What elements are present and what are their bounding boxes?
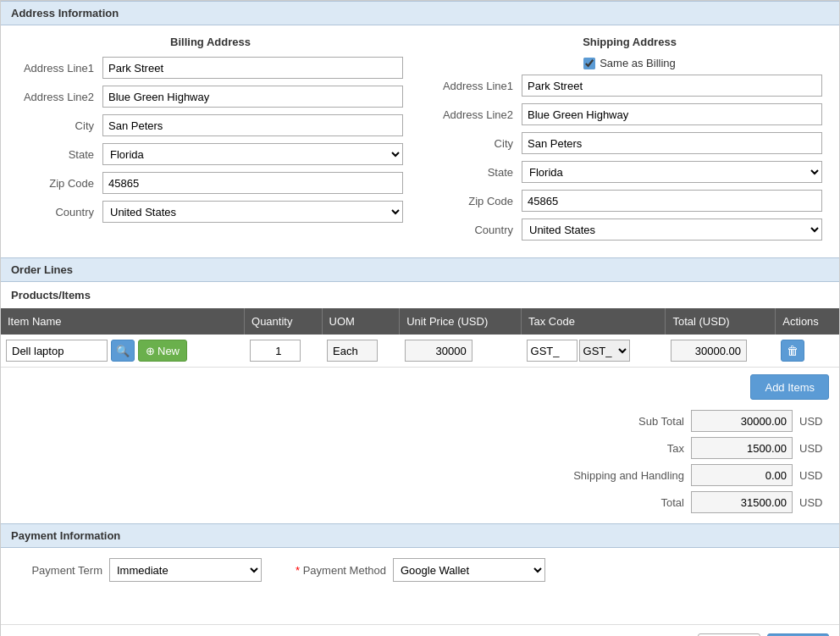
shipping-address-title: Shipping Address	[437, 36, 822, 48]
shipping-address-line1-row: Address Line1	[437, 75, 822, 97]
shipping-zip-label: Zip Code	[437, 195, 522, 207]
payment-info-header: Payment Information	[1, 523, 839, 548]
actions-cell: 🗑	[776, 335, 839, 368]
billing-zip-row: Zip Code	[18, 172, 403, 194]
payment-method-label: * Payment Method	[296, 564, 386, 577]
quantity-input[interactable]	[250, 340, 301, 362]
order-table-body: 🔍 ⊕ New	[1, 335, 839, 368]
same-as-billing-row: Same as Billing	[437, 57, 822, 69]
shipping-input	[691, 464, 793, 486]
shipping-state-select[interactable]: Florida California New York Texas	[522, 161, 822, 183]
unit-price-input	[405, 340, 472, 362]
order-table: Item Name Quantity UOM Unit Price (USD) …	[1, 308, 839, 368]
col-actions: Actions	[776, 308, 839, 335]
payment-term-label: Payment Term	[18, 564, 102, 577]
billing-address-line1-input[interactable]	[102, 57, 403, 79]
item-name-input[interactable]	[6, 340, 108, 362]
col-uom: UOM	[322, 308, 400, 335]
unit-price-cell	[400, 335, 522, 368]
address-info-content: Billing Address Address Line1 Address Li…	[1, 25, 839, 257]
plus-icon: ⊕	[146, 345, 155, 357]
sub-total-currency: USD	[799, 415, 829, 428]
uom-cell	[322, 335, 400, 368]
item-new-button[interactable]: ⊕ New	[138, 340, 187, 362]
shipping-country-row: Country United States Canada United King…	[437, 218, 822, 241]
required-star: *	[296, 564, 303, 577]
billing-state-select[interactable]: Florida California New York Texas	[102, 143, 403, 165]
shipping-zip-row: Zip Code	[437, 190, 822, 212]
shipping-address-line2-row: Address Line2	[437, 103, 822, 125]
sub-total-input	[691, 410, 793, 432]
uom-input	[327, 340, 378, 362]
billing-country-label: Country	[18, 206, 102, 218]
sub-total-row: Sub Total USD	[549, 410, 829, 432]
row-total-input	[671, 340, 747, 362]
delete-row-button[interactable]: 🗑	[781, 340, 804, 362]
item-search-button[interactable]: 🔍	[111, 340, 135, 362]
address-info-header: Address Information	[1, 1, 839, 25]
payment-method-select[interactable]: Google Wallet Credit Card Bank Transfer	[393, 558, 545, 582]
grand-total-input	[691, 491, 793, 513]
billing-address-line2-row: Address Line2	[18, 86, 403, 108]
grand-total-currency: USD	[799, 496, 829, 509]
shipping-state-label: State	[437, 166, 522, 179]
col-quantity: Quantity	[245, 308, 323, 335]
shipping-address-line1-input[interactable]	[522, 75, 822, 97]
grand-total-row: Total USD	[549, 491, 829, 513]
tax-code-cell: GST_ VAT NONE	[522, 335, 666, 368]
shipping-row: Shipping and Handling USD	[549, 464, 829, 486]
billing-address-line1-row: Address Line1	[18, 57, 403, 79]
search-icon: 🔍	[116, 345, 130, 357]
tax-currency: USD	[799, 442, 829, 455]
footer-buttons: Cancel Create	[1, 624, 839, 636]
delete-icon: 🗑	[787, 344, 799, 357]
item-name-cell: 🔍 ⊕ New	[1, 335, 245, 368]
shipping-zip-input[interactable]	[522, 190, 822, 212]
shipping-address-line2-input[interactable]	[522, 103, 822, 125]
page-container: Address Information Billing Address Addr…	[0, 0, 840, 636]
same-as-billing-checkbox[interactable]	[583, 58, 595, 69]
new-label: New	[158, 345, 180, 357]
payment-term-select[interactable]: Immediate Net 30 Net 60	[109, 558, 262, 582]
products-items-header: Products/Items	[1, 282, 839, 308]
order-table-header-row: Item Name Quantity UOM Unit Price (USD) …	[1, 308, 839, 335]
quantity-cell	[245, 335, 323, 368]
payment-row: Payment Term Immediate Net 30 Net 60 * P…	[18, 558, 822, 582]
payment-term-field: Payment Term Immediate Net 30 Net 60	[18, 558, 262, 582]
billing-zip-input[interactable]	[102, 172, 403, 194]
tax-input	[691, 437, 793, 459]
shipping-country-select[interactable]: United States Canada United Kingdom	[522, 218, 822, 241]
billing-address-line1-label: Address Line1	[18, 62, 102, 75]
col-unit-price: Unit Price (USD)	[400, 308, 522, 335]
tax-code-select[interactable]: GST_ VAT NONE	[579, 340, 630, 362]
billing-state-row: State Florida California New York Texas	[18, 143, 403, 165]
total-cell	[666, 335, 776, 368]
shipping-state-row: State Florida California New York Texas	[437, 161, 822, 183]
col-tax-code: Tax Code	[522, 308, 666, 335]
add-items-row: Add Items	[1, 368, 839, 406]
shipping-address-line2-label: Address Line2	[437, 108, 522, 121]
shipping-city-row: City	[437, 132, 822, 154]
tax-code-input[interactable]	[527, 340, 578, 362]
same-as-billing-label: Same as Billing	[600, 57, 676, 69]
billing-address-column: Billing Address Address Line1 Address Li…	[18, 36, 403, 247]
shipping-country-label: Country	[437, 224, 522, 236]
billing-zip-label: Zip Code	[18, 177, 102, 190]
grand-total-label: Total	[549, 496, 684, 509]
shipping-city-input[interactable]	[522, 132, 822, 154]
billing-country-select[interactable]: United States Canada United Kingdom	[102, 201, 403, 223]
billing-address-line2-input[interactable]	[102, 86, 403, 108]
tax-label: Tax	[549, 442, 684, 455]
shipping-label: Shipping and Handling	[549, 469, 684, 482]
shipping-address-column: Shipping Address Same as Billing Address…	[437, 36, 822, 247]
tax-row: Tax USD	[549, 437, 829, 459]
shipping-address-line1-label: Address Line1	[437, 80, 522, 92]
totals-section: Sub Total USD Tax USD Shipping and Handl…	[1, 406, 839, 523]
add-items-button[interactable]: Add Items	[750, 374, 829, 400]
payment-method-field: * Payment Method Google Wallet Credit Ca…	[296, 558, 545, 582]
billing-city-input[interactable]	[102, 114, 403, 136]
col-total: Total (USD)	[666, 308, 776, 335]
order-table-head: Item Name Quantity UOM Unit Price (USD) …	[1, 308, 839, 335]
table-row: 🔍 ⊕ New	[1, 335, 839, 368]
shipping-currency: USD	[799, 469, 829, 482]
